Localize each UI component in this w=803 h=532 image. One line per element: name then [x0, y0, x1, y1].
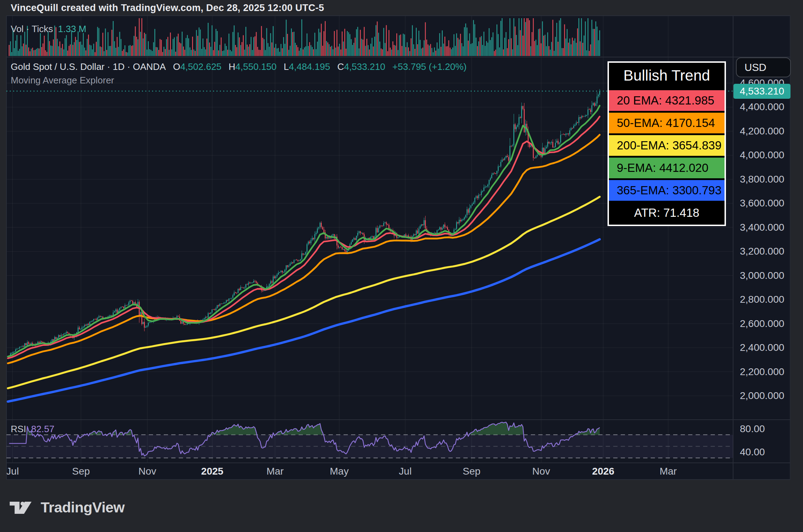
- high-label: H: [229, 61, 235, 72]
- change-value: +53.795 (+1.20%): [392, 61, 467, 72]
- open-value: 4,502.625: [180, 61, 222, 72]
- brand-name: TradingView: [41, 499, 124, 516]
- last-price-label: 4,533.210: [733, 84, 791, 99]
- legend-row-atr: ATR: 71.418: [609, 203, 725, 223]
- footer: TradingView: [9, 499, 124, 516]
- page-title: VinceQuill created with TradingView.com,…: [11, 2, 324, 14]
- close-label: C: [337, 61, 344, 72]
- rsi-label: RSI: [11, 424, 26, 434]
- open-label: O: [173, 61, 180, 72]
- tradingview-chart-page: VinceQuill created with TradingView.com,…: [0, 0, 803, 532]
- legend-row-9ema: 9-EMA: 4412.020: [609, 158, 725, 178]
- rsi-legend: RSI82.57: [11, 424, 54, 435]
- currency-button[interactable]: USD: [736, 57, 791, 77]
- rsi-value: 82.57: [31, 424, 54, 434]
- legend-row-200ema: 200-EMA: 3654.839: [609, 135, 725, 156]
- trend-title: Bullish Trend: [609, 63, 725, 88]
- ma-explorer-panel: Bullish Trend 20 EMA: 4321.985 50-EMA: 4…: [608, 61, 726, 226]
- symbol-legend: Gold Spot / U.S. Dollar · 1D · OANDAO4,5…: [11, 61, 467, 72]
- legend-row-50ema: 50-EMA: 4170.154: [609, 113, 725, 133]
- volume-legend: Vol · Ticks1.33 M: [11, 24, 86, 35]
- high-value: 4,550.150: [235, 61, 277, 72]
- tradingview-logo-icon[interactable]: [9, 501, 34, 515]
- volume-value: 1.33 M: [58, 24, 86, 34]
- symbol-name: Gold Spot / U.S. Dollar · 1D · OANDA: [11, 61, 166, 72]
- volume-label: Vol · Ticks: [11, 24, 53, 34]
- low-value: 4,484.195: [289, 61, 330, 72]
- indicator-label: Moving Average Explorer: [11, 75, 114, 86]
- close-value: 4,533.210: [344, 61, 385, 72]
- legend-row-20ema: 20 EMA: 4321.985: [609, 90, 725, 111]
- low-label: L: [284, 61, 289, 72]
- legend-row-365ema: 365-EMA: 3300.793: [609, 180, 725, 201]
